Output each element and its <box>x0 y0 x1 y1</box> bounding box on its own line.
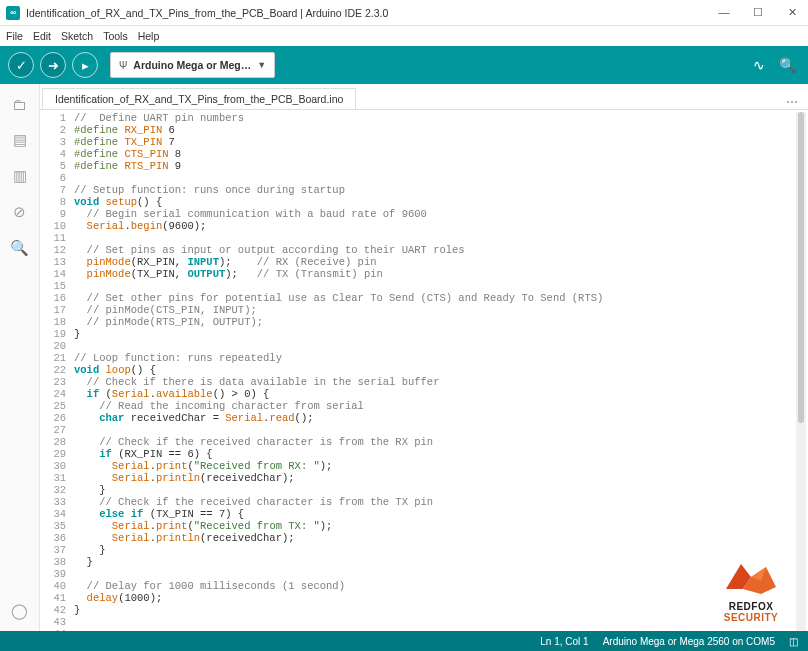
code-line[interactable]: 30 Serial.print("Received from RX: "); <box>40 460 808 472</box>
code-line[interactable]: 41 delay(1000); <box>40 592 808 604</box>
code-content[interactable] <box>74 424 80 436</box>
board-selector[interactable]: Ψ Arduino Mega or Meg… ▼ <box>110 52 275 78</box>
code-content[interactable]: } <box>74 556 93 568</box>
code-content[interactable]: } <box>74 484 106 496</box>
code-content[interactable]: // Check if the received character is fr… <box>74 496 433 508</box>
code-content[interactable]: if (RX_PIN == 6) { <box>74 448 213 460</box>
code-content[interactable]: // Read the incoming character from seri… <box>74 400 364 412</box>
code-line[interactable]: 19} <box>40 328 808 340</box>
code-content[interactable]: pinMode(TX_PIN, OUTPUT); // TX (Transmit… <box>74 268 383 280</box>
code-line[interactable]: 43 <box>40 616 808 628</box>
code-line[interactable]: 11 <box>40 232 808 244</box>
code-line[interactable]: 27 <box>40 424 808 436</box>
code-content[interactable] <box>74 232 80 244</box>
code-line[interactable]: 13 pinMode(RX_PIN, INPUT); // RX (Receiv… <box>40 256 808 268</box>
code-content[interactable]: // pinMode(CTS_PIN, INPUT); <box>74 304 257 316</box>
library-manager-icon[interactable]: ▥ <box>10 166 30 186</box>
code-content[interactable]: char receivedChar = Serial.read(); <box>74 412 314 424</box>
debug-sidebar-icon[interactable]: ⊘ <box>10 202 30 222</box>
serial-plotter-icon[interactable]: ∿ <box>753 57 765 73</box>
code-content[interactable]: Serial.println(receivedChar); <box>74 532 295 544</box>
code-line[interactable]: 44 <box>40 628 808 631</box>
menu-sketch[interactable]: Sketch <box>61 30 93 42</box>
debug-button[interactable]: ▸ <box>72 52 98 78</box>
code-content[interactable]: void loop() { <box>74 364 156 376</box>
code-content[interactable]: #define RX_PIN 6 <box>74 124 175 136</box>
code-line[interactable]: 23 // Check if there is data available i… <box>40 376 808 388</box>
code-content[interactable]: // Check if the received character is fr… <box>74 436 433 448</box>
code-line[interactable]: 22void loop() { <box>40 364 808 376</box>
code-content[interactable] <box>74 172 80 184</box>
code-line[interactable]: 4#define CTS_PIN 8 <box>40 148 808 160</box>
code-content[interactable] <box>74 340 80 352</box>
code-line[interactable]: 37 } <box>40 544 808 556</box>
code-content[interactable]: else if (TX_PIN == 7) { <box>74 508 244 520</box>
minimize-button[interactable]: — <box>714 6 734 19</box>
code-content[interactable]: // pinMode(RTS_PIN, OUTPUT); <box>74 316 263 328</box>
notifications-icon[interactable]: ◫ <box>789 636 798 647</box>
code-content[interactable]: #define RTS_PIN 9 <box>74 160 181 172</box>
code-content[interactable]: // Define UART pin numbers <box>74 112 244 124</box>
code-line[interactable]: 31 Serial.println(receivedChar); <box>40 472 808 484</box>
code-line[interactable]: 39 <box>40 568 808 580</box>
code-line[interactable]: 36 Serial.println(receivedChar); <box>40 532 808 544</box>
menu-help[interactable]: Help <box>138 30 160 42</box>
code-content[interactable] <box>74 616 80 628</box>
code-content[interactable] <box>74 568 80 580</box>
code-line[interactable]: 29 if (RX_PIN == 6) { <box>40 448 808 460</box>
code-line[interactable]: 1// Define UART pin numbers <box>40 112 808 124</box>
code-line[interactable]: 34 else if (TX_PIN == 7) { <box>40 508 808 520</box>
close-button[interactable]: ✕ <box>782 6 802 19</box>
code-line[interactable]: 20 <box>40 340 808 352</box>
code-line[interactable]: 24 if (Serial.available() > 0) { <box>40 388 808 400</box>
code-content[interactable]: Serial.print("Received from RX: "); <box>74 460 332 472</box>
code-content[interactable]: void setup() { <box>74 196 162 208</box>
code-line[interactable]: 40 // Delay for 1000 milliseconds (1 sec… <box>40 580 808 592</box>
code-content[interactable]: // Set other pins for potential use as C… <box>74 292 603 304</box>
menu-file[interactable]: File <box>6 30 23 42</box>
tab-menu-icon[interactable]: ⋯ <box>786 95 798 109</box>
code-content[interactable]: Serial.println(receivedChar); <box>74 472 295 484</box>
code-content[interactable]: // Begin serial communication with a bau… <box>74 208 427 220</box>
scrollbar[interactable] <box>796 112 806 631</box>
code-content[interactable] <box>74 280 80 292</box>
code-content[interactable]: } <box>74 328 80 340</box>
code-line[interactable]: 2#define RX_PIN 6 <box>40 124 808 136</box>
code-content[interactable]: if (Serial.available() > 0) { <box>74 388 269 400</box>
verify-button[interactable]: ✓ <box>8 52 34 78</box>
menu-edit[interactable]: Edit <box>33 30 51 42</box>
boards-manager-icon[interactable]: ▤ <box>10 130 30 150</box>
code-line[interactable]: 25 // Read the incoming character from s… <box>40 400 808 412</box>
maximize-button[interactable]: ☐ <box>748 6 768 19</box>
code-content[interactable]: // Loop function: runs repeatedly <box>74 352 282 364</box>
menu-tools[interactable]: Tools <box>103 30 128 42</box>
code-line[interactable]: 14 pinMode(TX_PIN, OUTPUT); // TX (Trans… <box>40 268 808 280</box>
code-line[interactable]: 5#define RTS_PIN 9 <box>40 160 808 172</box>
code-content[interactable]: // Setup function: runs once during star… <box>74 184 345 196</box>
code-line[interactable]: 28 // Check if the received character is… <box>40 436 808 448</box>
code-content[interactable]: } <box>74 544 106 556</box>
code-content[interactable]: Serial.begin(9600); <box>74 220 206 232</box>
code-content[interactable]: // Check if there is data available in t… <box>74 376 439 388</box>
code-content[interactable]: } <box>74 604 80 616</box>
code-line[interactable]: 15 <box>40 280 808 292</box>
file-tab[interactable]: Identification_of_RX_and_TX_Pins_from_th… <box>42 88 356 109</box>
code-line[interactable]: 21// Loop function: runs repeatedly <box>40 352 808 364</box>
status-board[interactable]: Arduino Mega or Mega 2560 on COM5 <box>603 636 775 647</box>
code-content[interactable]: Serial.print("Received from TX: "); <box>74 520 332 532</box>
code-editor[interactable]: 1// Define UART pin numbers2#define RX_P… <box>40 110 808 631</box>
code-content[interactable]: // Delay for 1000 milliseconds (1 second… <box>74 580 345 592</box>
code-line[interactable]: 38 } <box>40 556 808 568</box>
upload-button[interactable]: ➜ <box>40 52 66 78</box>
code-content[interactable]: #define CTS_PIN 8 <box>74 148 181 160</box>
code-line[interactable]: 3#define TX_PIN 7 <box>40 136 808 148</box>
code-line[interactable]: 12 // Set pins as input or output accord… <box>40 244 808 256</box>
code-content[interactable]: // Set pins as input or output according… <box>74 244 465 256</box>
code-line[interactable]: 26 char receivedChar = Serial.read(); <box>40 412 808 424</box>
code-content[interactable]: delay(1000); <box>74 592 162 604</box>
code-content[interactable]: pinMode(RX_PIN, INPUT); // RX (Receive) … <box>74 256 377 268</box>
code-line[interactable]: 10 Serial.begin(9600); <box>40 220 808 232</box>
code-content[interactable] <box>74 628 80 631</box>
user-icon[interactable]: ◯ <box>10 601 30 621</box>
code-line[interactable]: 9 // Begin serial communication with a b… <box>40 208 808 220</box>
